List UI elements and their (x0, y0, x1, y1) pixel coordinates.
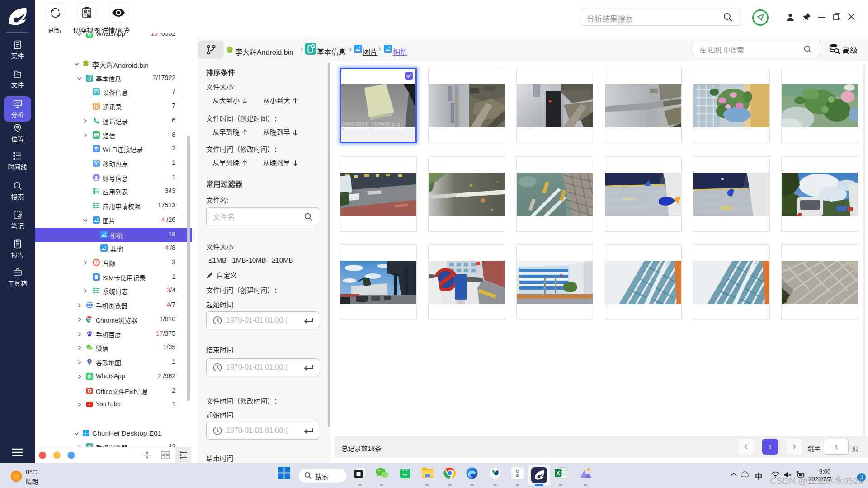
svg-text:墨: 墨 (516, 474, 519, 478)
svg-text:i: i (91, 75, 91, 78)
svg-text:石: 石 (516, 469, 519, 473)
